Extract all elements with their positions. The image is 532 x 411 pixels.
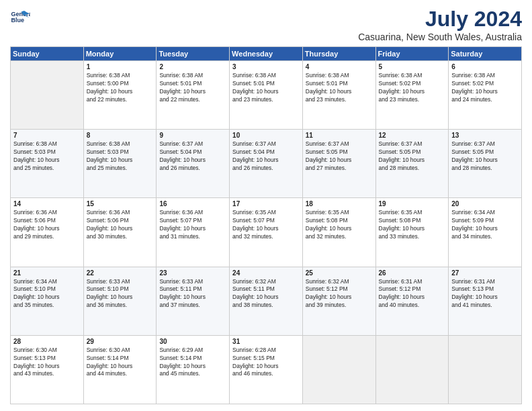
day-number: 1 <box>87 63 154 71</box>
day-number: 7 <box>13 132 81 139</box>
week-row-5: 28Sunrise: 6:30 AM Sunset: 5:13 PM Dayli… <box>11 335 522 404</box>
main-title: July 2024 <box>358 7 522 32</box>
day-info: Sunrise: 6:33 AM Sunset: 5:10 PM Dayligh… <box>87 278 154 310</box>
day-number: 6 <box>451 63 519 71</box>
day-info: Sunrise: 6:38 AM Sunset: 5:03 PM Dayligh… <box>87 140 154 173</box>
day-cell: 9Sunrise: 6:37 AM Sunset: 5:04 PM Daylig… <box>157 130 230 198</box>
day-info: Sunrise: 6:31 AM Sunset: 5:12 PM Dayligh… <box>379 278 446 310</box>
day-cell: 18Sunrise: 6:35 AM Sunset: 5:08 PM Dayli… <box>302 198 375 267</box>
day-info: Sunrise: 6:38 AM Sunset: 5:00 PM Dayligh… <box>87 72 154 104</box>
day-number: 8 <box>87 132 154 139</box>
day-number: 15 <box>87 200 154 208</box>
day-cell <box>11 61 84 130</box>
day-number: 3 <box>232 63 300 71</box>
day-cell <box>375 335 449 404</box>
day-cell: 30Sunrise: 6:29 AM Sunset: 5:14 PM Dayli… <box>157 335 230 404</box>
day-info: Sunrise: 6:38 AM Sunset: 5:02 PM Dayligh… <box>451 72 519 104</box>
day-cell: 31Sunrise: 6:28 AM Sunset: 5:15 PM Dayli… <box>230 335 303 404</box>
day-info: Sunrise: 6:37 AM Sunset: 5:05 PM Dayligh… <box>379 140 446 173</box>
day-number: 23 <box>159 269 226 277</box>
day-cell <box>449 335 522 404</box>
day-cell: 6Sunrise: 6:38 AM Sunset: 5:02 PM Daylig… <box>449 61 522 130</box>
day-cell: 4Sunrise: 6:38 AM Sunset: 5:01 PM Daylig… <box>302 61 375 130</box>
day-cell: 17Sunrise: 6:35 AM Sunset: 5:07 PM Dayli… <box>230 198 303 267</box>
day-info: Sunrise: 6:30 AM Sunset: 5:13 PM Dayligh… <box>13 347 81 379</box>
day-cell: 23Sunrise: 6:33 AM Sunset: 5:11 PM Dayli… <box>157 267 230 335</box>
column-header-monday: Monday <box>83 47 157 61</box>
day-number: 20 <box>451 200 519 208</box>
day-info: Sunrise: 6:35 AM Sunset: 5:07 PM Dayligh… <box>232 209 300 241</box>
day-info: Sunrise: 6:37 AM Sunset: 5:05 PM Dayligh… <box>306 140 373 173</box>
day-cell: 5Sunrise: 6:38 AM Sunset: 5:02 PM Daylig… <box>375 61 449 130</box>
column-header-thursday: Thursday <box>302 47 375 61</box>
week-row-3: 14Sunrise: 6:36 AM Sunset: 5:06 PM Dayli… <box>11 198 522 267</box>
day-number: 19 <box>379 200 446 208</box>
header: General Blue July 2024 Casuarina, New So… <box>10 7 522 42</box>
day-number: 12 <box>379 132 446 139</box>
day-cell: 3Sunrise: 6:38 AM Sunset: 5:01 PM Daylig… <box>230 61 303 130</box>
day-number: 31 <box>232 338 300 345</box>
day-info: Sunrise: 6:36 AM Sunset: 5:07 PM Dayligh… <box>159 209 226 241</box>
logo-icon: General Blue <box>10 7 30 27</box>
day-cell: 2Sunrise: 6:38 AM Sunset: 5:01 PM Daylig… <box>157 61 230 130</box>
title-block: July 2024 Casuarina, New South Wales, Au… <box>358 7 522 42</box>
column-header-tuesday: Tuesday <box>157 47 230 61</box>
day-number: 10 <box>232 132 300 139</box>
day-cell <box>302 335 375 404</box>
svg-text:Blue: Blue <box>11 17 25 24</box>
day-info: Sunrise: 6:38 AM Sunset: 5:01 PM Dayligh… <box>159 72 226 104</box>
day-info: Sunrise: 6:33 AM Sunset: 5:11 PM Dayligh… <box>159 278 226 310</box>
day-number: 18 <box>306 200 373 208</box>
day-info: Sunrise: 6:38 AM Sunset: 5:01 PM Dayligh… <box>306 72 373 104</box>
day-cell: 28Sunrise: 6:30 AM Sunset: 5:13 PM Dayli… <box>11 335 84 404</box>
day-info: Sunrise: 6:34 AM Sunset: 5:09 PM Dayligh… <box>451 209 519 241</box>
day-info: Sunrise: 6:34 AM Sunset: 5:10 PM Dayligh… <box>13 278 81 310</box>
day-info: Sunrise: 6:37 AM Sunset: 5:04 PM Dayligh… <box>232 140 300 173</box>
day-info: Sunrise: 6:32 AM Sunset: 5:11 PM Dayligh… <box>232 278 300 310</box>
day-cell: 22Sunrise: 6:33 AM Sunset: 5:10 PM Dayli… <box>83 267 157 335</box>
calendar-table: SundayMondayTuesdayWednesdayThursdayFrid… <box>10 46 522 404</box>
day-info: Sunrise: 6:36 AM Sunset: 5:06 PM Dayligh… <box>87 209 154 241</box>
day-info: Sunrise: 6:38 AM Sunset: 5:02 PM Dayligh… <box>379 72 446 104</box>
day-number: 21 <box>13 269 81 277</box>
day-cell: 19Sunrise: 6:35 AM Sunset: 5:08 PM Dayli… <box>375 198 449 267</box>
day-info: Sunrise: 6:32 AM Sunset: 5:12 PM Dayligh… <box>306 278 373 310</box>
column-header-saturday: Saturday <box>449 47 522 61</box>
column-header-friday: Friday <box>375 47 449 61</box>
day-number: 13 <box>451 132 519 139</box>
day-info: Sunrise: 6:38 AM Sunset: 5:03 PM Dayligh… <box>13 140 81 173</box>
week-row-4: 21Sunrise: 6:34 AM Sunset: 5:10 PM Dayli… <box>11 267 522 335</box>
day-cell: 29Sunrise: 6:30 AM Sunset: 5:14 PM Dayli… <box>83 335 157 404</box>
day-number: 5 <box>379 63 446 71</box>
day-number: 4 <box>306 63 373 71</box>
day-cell: 16Sunrise: 6:36 AM Sunset: 5:07 PM Dayli… <box>157 198 230 267</box>
day-info: Sunrise: 6:31 AM Sunset: 5:13 PM Dayligh… <box>451 278 519 310</box>
day-cell: 13Sunrise: 6:37 AM Sunset: 5:05 PM Dayli… <box>449 130 522 198</box>
day-cell: 25Sunrise: 6:32 AM Sunset: 5:12 PM Dayli… <box>302 267 375 335</box>
day-info: Sunrise: 6:29 AM Sunset: 5:14 PM Dayligh… <box>159 347 226 379</box>
day-info: Sunrise: 6:28 AM Sunset: 5:15 PM Dayligh… <box>232 347 300 379</box>
day-number: 30 <box>159 338 226 345</box>
day-number: 29 <box>87 338 154 345</box>
week-row-1: 1Sunrise: 6:38 AM Sunset: 5:00 PM Daylig… <box>11 61 522 130</box>
day-info: Sunrise: 6:37 AM Sunset: 5:05 PM Dayligh… <box>451 140 519 173</box>
day-cell: 11Sunrise: 6:37 AM Sunset: 5:05 PM Dayli… <box>302 130 375 198</box>
day-cell: 20Sunrise: 6:34 AM Sunset: 5:09 PM Dayli… <box>449 198 522 267</box>
day-info: Sunrise: 6:35 AM Sunset: 5:08 PM Dayligh… <box>379 209 446 241</box>
day-cell: 26Sunrise: 6:31 AM Sunset: 5:12 PM Dayli… <box>375 267 449 335</box>
week-row-2: 7Sunrise: 6:38 AM Sunset: 5:03 PM Daylig… <box>11 130 522 198</box>
day-number: 14 <box>13 200 81 208</box>
day-number: 28 <box>13 338 81 345</box>
day-number: 16 <box>159 200 226 208</box>
day-cell: 15Sunrise: 6:36 AM Sunset: 5:06 PM Dayli… <box>83 198 157 267</box>
day-cell: 8Sunrise: 6:38 AM Sunset: 5:03 PM Daylig… <box>83 130 157 198</box>
page: General Blue July 2024 Casuarina, New So… <box>0 0 532 411</box>
day-cell: 1Sunrise: 6:38 AM Sunset: 5:00 PM Daylig… <box>83 61 157 130</box>
column-header-sunday: Sunday <box>11 47 84 61</box>
day-number: 24 <box>232 269 300 277</box>
day-cell: 10Sunrise: 6:37 AM Sunset: 5:04 PM Dayli… <box>230 130 303 198</box>
day-info: Sunrise: 6:36 AM Sunset: 5:06 PM Dayligh… <box>13 209 81 241</box>
day-number: 26 <box>379 269 446 277</box>
day-number: 17 <box>232 200 300 208</box>
day-number: 25 <box>306 269 373 277</box>
